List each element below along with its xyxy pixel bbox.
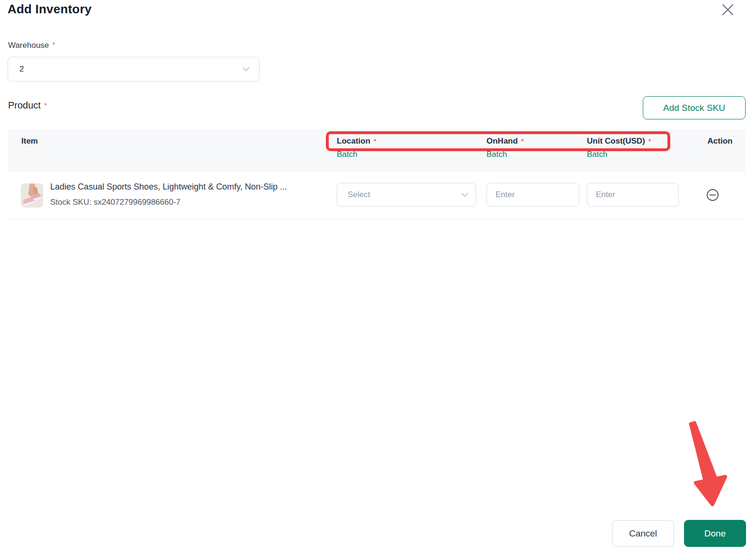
- required-asterisk: *: [44, 102, 47, 110]
- product-table: Item Location* Batch OnHand* Batch Unit …: [8, 129, 745, 219]
- column-header-onhand: OnHand*: [486, 136, 524, 146]
- close-icon: [721, 3, 734, 18]
- close-button[interactable]: [719, 2, 736, 19]
- warehouse-select-value: 2: [19, 64, 243, 74]
- column-header-action: Action: [695, 136, 745, 146]
- column-header-item: Item: [21, 136, 38, 146]
- product-label: Product*: [8, 100, 47, 111]
- remove-row-button[interactable]: [706, 189, 719, 201]
- add-stock-sku-button[interactable]: Add Stock SKU: [643, 96, 746, 119]
- minus-circle-icon: [706, 196, 719, 203]
- location-select[interactable]: Select: [337, 183, 476, 207]
- warehouse-select[interactable]: 2: [8, 57, 260, 82]
- required-asterisk: *: [648, 137, 651, 145]
- product-info: Ladies Casual Sports Shoes, Lightweight …: [50, 182, 287, 208]
- product-title: Ladies Casual Sports Shoes, Lightweight …: [50, 182, 287, 192]
- cancel-button[interactable]: Cancel: [612, 520, 674, 547]
- chevron-down-icon: [461, 191, 468, 199]
- page-title: Add Inventory: [8, 2, 91, 17]
- done-button[interactable]: Done: [684, 520, 746, 547]
- location-batch-link[interactable]: Batch: [337, 150, 357, 159]
- chevron-down-icon: [243, 65, 250, 73]
- required-asterisk: *: [374, 137, 377, 145]
- table-header: Item Location* Batch OnHand* Batch Unit …: [8, 129, 745, 172]
- table-row: Ladies Casual Sports Shoes, Lightweight …: [8, 172, 745, 219]
- column-header-unit-cost: Unit Cost(USD)*: [587, 136, 651, 146]
- onhand-input[interactable]: [486, 183, 579, 207]
- column-header-location: Location*: [337, 136, 377, 146]
- product-sku: Stock SKU: sx2407279969986660-7: [50, 197, 287, 208]
- required-asterisk: *: [52, 41, 55, 49]
- red-arrow-annotation: [654, 403, 756, 512]
- product-label-text: Product: [8, 100, 41, 110]
- add-inventory-modal: Add Inventory Warehouse* 2 Product* Add …: [0, 0, 756, 554]
- unit-cost-header-text: Unit Cost(USD): [587, 136, 645, 145]
- unit-cost-batch-link[interactable]: Batch: [587, 150, 607, 159]
- required-asterisk: *: [521, 137, 524, 145]
- product-thumbnail: [21, 183, 43, 208]
- location-select-placeholder: Select: [348, 190, 461, 200]
- onhand-batch-link[interactable]: Batch: [486, 150, 507, 159]
- onhand-header-text: OnHand: [486, 136, 518, 145]
- unit-cost-input[interactable]: [587, 183, 679, 207]
- location-header-text: Location: [337, 136, 370, 145]
- warehouse-label: Warehouse*: [8, 41, 55, 50]
- warehouse-label-text: Warehouse: [8, 41, 49, 50]
